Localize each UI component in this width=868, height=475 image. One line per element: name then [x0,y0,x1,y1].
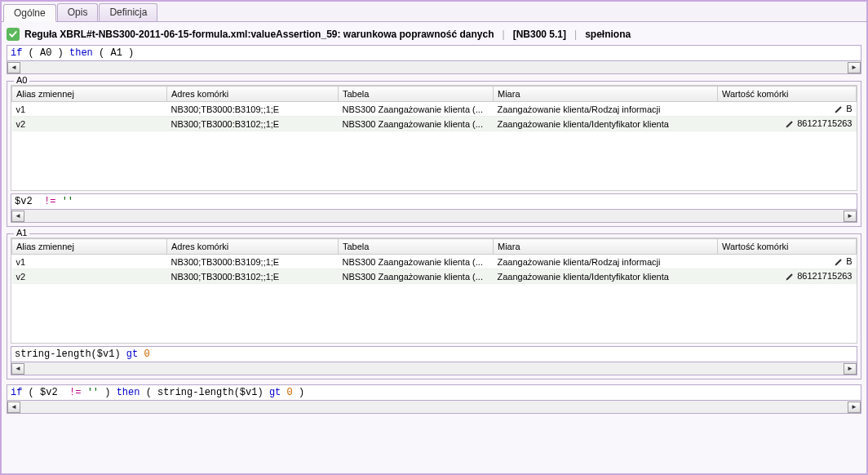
cell-address: NB300;TB3000:B3109;;1;E [167,255,339,269]
table-row[interactable]: v1NB300;TB3000:B3109;;1;ENBS300 Zaangażo… [12,102,857,117]
edit-icon [785,119,795,129]
scroll-left-icon[interactable]: ◄ [11,211,24,222]
cell-alias: v1 [12,255,167,269]
rule-header: Reguła XBRL#t-NBS300-2011-06-15-formula.… [7,25,861,45]
tab-general[interactable]: Ogólne [3,4,56,22]
col-alias[interactable]: Alias zmiennej [12,239,167,255]
table-row[interactable]: v2NB300;TB3000:B3102;;1;ENBS300 Zaangażo… [12,269,857,284]
cell-table: NBS300 Zaangażowanie klienta (... [339,269,494,284]
table-row[interactable]: v1NB300;TB3000:B3109;;1;ENBS300 Zaangażo… [12,255,857,269]
cell-measure: Zaangażowanie klienta/Identyfikator klie… [494,117,718,131]
group-legend: A1 [14,228,29,238]
tab-bar: Ogólne Opis Definicja [2,2,866,22]
col-table[interactable]: Tabela [339,239,494,255]
cell-value: 86121715263 [718,269,857,284]
edit-icon [785,272,795,282]
cell-value: B [718,102,857,117]
edit-icon [834,104,844,114]
table-a1[interactable]: Alias zmiennej Adres komórki Tabela Miar… [11,238,857,344]
col-measure[interactable]: Miara [494,87,718,102]
tab-description[interactable]: Opis [57,3,99,21]
edit-icon [834,257,844,267]
cell-measure: Zaangażowanie klienta/Rodzaj informacji [494,102,718,117]
rule-title: Reguła XBRL#t-NBS300-2011-06-15-formula.… [24,29,494,40]
scroll-right-icon[interactable]: ► [848,402,861,413]
col-table[interactable]: Tabela [339,87,494,102]
group-legend: A0 [14,75,29,85]
col-address[interactable]: Adres komórki [167,239,339,255]
cell-alias: v1 [12,102,167,117]
cell-table: NBS300 Zaangażowanie klienta (... [339,255,494,269]
scroll-left-icon[interactable]: ◄ [7,402,20,413]
col-value[interactable]: Wartość komórki [718,87,857,102]
col-alias[interactable]: Alias zmiennej [12,87,167,102]
scrollbar[interactable]: ◄► [11,210,857,223]
col-measure[interactable]: Miara [494,239,718,255]
separator: | [574,29,577,40]
table-row[interactable]: v2NB300;TB3000:B3102;;1;ENBS300 Zaangażo… [12,117,857,131]
rule-tag: [NB300 5.1] [513,29,566,40]
expression-top[interactable]: if ( A0 ) then ( A1 ) [7,45,861,61]
check-icon [7,28,20,41]
scrollbar[interactable]: ◄► [7,61,861,74]
cell-table: NBS300 Zaangażowanie klienta (... [339,102,494,117]
cell-alias: v2 [12,117,167,131]
cell-address: NB300;TB3000:B3102;;1;E [167,269,339,284]
expression-a1[interactable]: string-length($v1) gt 0 [11,346,857,362]
scroll-right-icon[interactable]: ► [844,211,857,222]
table-a0[interactable]: Alias zmiennej Adres komórki Tabela Miar… [11,85,857,191]
col-address[interactable]: Adres komórki [167,87,339,102]
cell-table: NBS300 Zaangażowanie klienta (... [339,117,494,131]
separator: | [503,29,505,40]
cell-value: 86121715263 [718,117,857,131]
cell-measure: Zaangażowanie klienta/Rodzaj informacji [494,255,718,269]
scroll-left-icon[interactable]: ◄ [7,62,20,73]
expression-a0[interactable]: $v2 != '' [11,193,857,210]
scroll-right-icon[interactable]: ► [844,363,857,375]
expression-bottom[interactable]: if ( $v2 != '' ) then ( string-length($v… [7,384,861,401]
cell-address: NB300;TB3000:B3109;;1;E [167,102,339,117]
tab-definition[interactable]: Definicja [99,3,157,21]
rule-status: spełniona [585,29,631,40]
col-value[interactable]: Wartość komórki [718,239,857,255]
cell-value: B [718,255,857,269]
scrollbar[interactable]: ◄► [7,401,861,414]
group-a1: A1 Alias zmiennej Adres komórki Tabela M… [7,233,861,380]
group-a0: A0 Alias zmiennej Adres komórki Tabela M… [7,81,861,227]
cell-measure: Zaangażowanie klienta/Identyfikator klie… [494,269,718,284]
scrollbar[interactable]: ◄► [11,362,857,375]
cell-address: NB300;TB3000:B3102;;1;E [167,117,339,131]
scroll-left-icon[interactable]: ◄ [11,363,24,375]
cell-alias: v2 [12,269,167,284]
scroll-right-icon[interactable]: ► [848,62,861,73]
